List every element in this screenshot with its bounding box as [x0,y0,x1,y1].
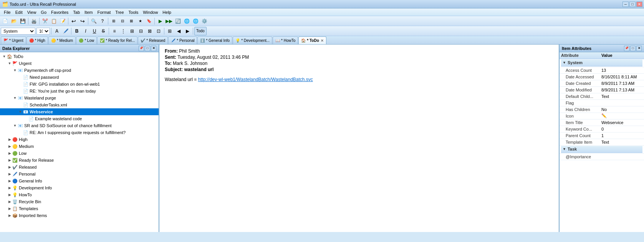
tab-released[interactable]: ✔️ * Released [138,36,168,44]
tree-item-medium[interactable]: ▶ 🟡 Medium [0,143,159,150]
tb-list5[interactable]: ⊠ [146,27,154,35]
tab-development[interactable]: 💡 * Development... [233,36,272,44]
tb-format2[interactable]: ⊟ [118,17,127,25]
tb-highlight[interactable]: 🖊️ [61,27,70,35]
tab-howto[interactable]: 📖 * HowTo [273,36,298,44]
tree-expand-urgent[interactable]: ▼ [7,61,12,66]
panel-close[interactable]: ✕ [151,46,156,51]
attr-section-task-header[interactable]: ▼ Task [561,146,642,153]
attr-panel-pin[interactable]: 📌 [624,46,629,51]
tab-urgent[interactable]: 🚩 * Urgent [1,36,26,44]
tree-item-high[interactable]: ▶ 🔴 High [0,136,159,143]
tree-expand-sr-sd[interactable]: ▼ [12,123,18,128]
tb-list3[interactable]: ⊞ [128,27,136,35]
font-size-select[interactable]: 10 [36,28,50,35]
tree-expand-general[interactable]: ▶ [7,178,12,184]
tree-item-paymentech[interactable]: ▼ 📧 Paymentech off csp-prod [0,67,159,74]
tb-nav6[interactable]: ⚙️ [200,17,209,25]
tb-search[interactable]: 🔍 [89,17,98,25]
attr-panel-close[interactable]: ✕ [636,46,642,51]
menu-tools[interactable]: Tools [126,10,141,15]
tb-redo[interactable]: ↪ [78,17,87,25]
tb-align-left[interactable]: ◀ [174,27,183,35]
tb-nav4[interactable]: 🌐 [182,17,191,25]
tree-expand-personal[interactable]: ▶ [7,171,12,177]
tb-nav2[interactable]: ▶▶ [165,17,173,25]
tree-item-recycle-bin[interactable]: ▶ 🗑️ Recycle Bin [0,198,159,205]
tree-item-imported[interactable]: ▶ 📦 Imported Items [0,212,159,219]
tree-item-dev-info[interactable]: ▶ 💡 Development Info [0,184,159,191]
tb-format5[interactable]: 🔖 [145,17,153,25]
tree-item-urgent[interactable]: ▼ 🚩 Urgent [0,60,159,67]
tree-item-low[interactable]: ▶ 🟢 Low [0,150,159,157]
tb-underline[interactable]: U [90,27,99,35]
tree-item-templates[interactable]: ▶ 📋 Templates [0,205,159,212]
tree-item-ready-release[interactable]: ▶ ✅ Ready for Release [0,157,159,164]
menu-help[interactable]: Help [160,10,174,15]
menu-view[interactable]: View [25,10,39,15]
tree-expand-webservice[interactable]: ▼ [18,109,23,114]
tb-open[interactable]: 📂 [10,17,18,25]
tree-item-need-password[interactable]: ▶ 📄 Need password [0,74,159,81]
menu-tree[interactable]: Tree [113,10,126,15]
tree-expand-howto[interactable]: ▶ [7,192,12,197]
tab-personal[interactable]: 🖊️ * Personal [168,36,197,44]
tb-new[interactable]: 📄 [1,17,9,25]
menu-go[interactable]: Go [38,10,49,15]
tb-undo[interactable]: ↩ [70,17,78,25]
tb-bold[interactable]: B [73,27,81,35]
attr-panel-maximize[interactable]: □ [630,46,636,51]
tb-list4[interactable]: ⊟ [137,27,145,35]
tree-item-fw-gpg[interactable]: ▶ 📄 FW: GPG installation on den-wl-web1 [0,81,159,88]
tree-expand-wasteland[interactable]: ▼ [12,95,18,101]
close-button[interactable]: ✕ [636,2,642,7]
tab-todo[interactable]: 🏠 * ToDo ✕ [298,36,326,44]
tree-expand-low[interactable]: ▶ [7,151,12,156]
tb-italic[interactable]: I [81,27,90,35]
tree-item-todo[interactable]: ▼ 🏠 ToDo [0,53,159,60]
tree-item-general-info[interactable]: ▶ 🔵 General Info [0,177,159,184]
tb-list6[interactable]: ⊡ [154,27,163,35]
tree-expand-high[interactable]: ▶ [7,137,12,142]
tree-expand-dev[interactable]: ▶ [7,185,12,191]
tb-nav1[interactable]: ▶ [156,17,164,25]
tree-expand-medium[interactable]: ▶ [7,144,12,149]
tb-nav3[interactable]: 🔄 [174,17,182,25]
tree-expand-todo[interactable]: ▼ [2,54,7,59]
tb-list2[interactable]: ⋮ [119,27,127,35]
font-family-select[interactable]: System [1,28,35,35]
tb-copy[interactable]: 📋 [50,17,58,25]
tree-item-re-suppressing[interactable]: ▶ 📄 RE: Am I suppressing quote requests … [0,129,159,136]
email-body-link[interactable]: http://dev-wl-web1/WastelandBatch/Wastel… [198,77,313,82]
task-toggle-icon[interactable]: ▼ [563,147,566,151]
tree-item-example-wasteland[interactable]: ▶ 📄 Example wasteland code [0,115,159,122]
tb-todo[interactable]: Todo [194,27,207,35]
tree-item-re-goto[interactable]: ▶ 📄 RE: You're just the go-to man today [0,88,159,94]
tb-save[interactable]: 💾 [18,17,27,25]
tree-expand-ready[interactable]: ▶ [7,157,12,163]
system-toggle-icon[interactable]: ▼ [563,61,566,65]
tree-item-personal[interactable]: ▶ 🖊️ Personal [0,171,159,177]
tb-font-color[interactable]: A [53,27,61,35]
tab-high[interactable]: 🔴 * High [26,36,48,44]
tree-item-webservice[interactable]: ▼ 📧 Webservice [0,108,159,115]
menu-item[interactable]: Item [82,10,95,15]
tab-close-icon[interactable]: ✕ [321,39,324,43]
tree-expand-recycle[interactable]: ▶ [7,199,12,204]
tree-expand-templates[interactable]: ▶ [7,206,12,211]
tb-help[interactable]: ? [98,17,107,25]
menu-favorites[interactable]: Favorites [49,10,71,15]
tree-item-sr-sd[interactable]: ▼ 📧 SR and SD SolSource out of chance fu… [0,122,159,129]
tab-low[interactable]: 🟢 * Low [76,36,97,44]
tb-print[interactable]: 🖨️ [30,17,38,25]
menu-format[interactable]: Format [95,10,113,15]
tb-strikethrough[interactable]: S [99,27,108,35]
tab-ready[interactable]: ✅ * Ready for Rel... [97,36,137,44]
menu-tab[interactable]: Tab [71,10,82,15]
tree-item-wasteland-purge[interactable]: ▼ 📧 Wasteland purge [0,94,159,101]
tb-align-right[interactable]: ▶ [183,27,192,35]
panel-pin[interactable]: 📌 [139,46,144,51]
tb-format3[interactable]: ⊠ [127,17,136,25]
attr-section-system-header[interactable]: ▼ System [561,60,642,66]
minimize-button[interactable]: ─ [622,2,629,7]
